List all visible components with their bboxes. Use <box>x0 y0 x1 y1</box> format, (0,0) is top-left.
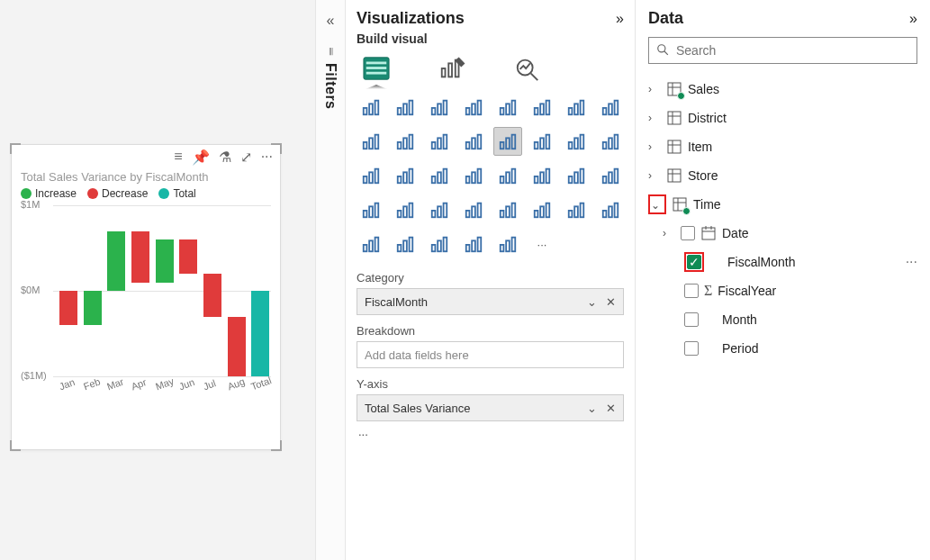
viz-type-decomposition[interactable] <box>596 195 625 224</box>
breakdown-field-well[interactable]: Add data fields here <box>357 341 624 368</box>
bar-total[interactable] <box>251 291 269 376</box>
viz-type-area[interactable] <box>596 93 625 122</box>
chevron-right-icon[interactable]: › <box>648 83 661 95</box>
bar-aug[interactable] <box>228 317 246 377</box>
chart-visual-tile[interactable]: ≡ 📌 ⚗ ⤢ ··· Total Sales Variance by Fisc… <box>11 144 281 450</box>
focus-icon[interactable]: ⤢ <box>240 149 252 166</box>
bar-apr[interactable] <box>131 231 149 283</box>
bar-jan[interactable] <box>59 291 77 325</box>
filters-pane-collapsed[interactable]: « ⫴ Filters <box>315 0 346 560</box>
viz-type-stacked-bar[interactable] <box>357 93 385 122</box>
svg-rect-108 <box>398 245 402 251</box>
analytics-tab[interactable] <box>508 53 547 84</box>
viz-type-donut[interactable] <box>357 161 385 190</box>
collapse-visualizations-icon[interactable]: » <box>616 11 624 27</box>
field-month[interactable]: Month <box>648 305 917 334</box>
data-search-box[interactable] <box>648 37 917 64</box>
bar-jul[interactable] <box>203 274 221 317</box>
viz-type-line-clustered[interactable] <box>391 127 420 156</box>
checkbox-period[interactable] <box>684 341 699 356</box>
viz-type-qa[interactable] <box>357 230 385 258</box>
bar-feb[interactable] <box>84 291 102 325</box>
more-icon[interactable]: ··· <box>261 149 273 166</box>
viz-type-waterfall[interactable] <box>493 127 522 156</box>
format-visual-tab[interactable] <box>432 53 472 84</box>
chevron-down-icon[interactable]: ⌄ <box>587 402 597 415</box>
bar-jun[interactable] <box>179 239 197 274</box>
chevron-right-icon[interactable]: › <box>663 227 675 239</box>
gridline <box>53 205 271 206</box>
search-input[interactable] <box>674 42 909 59</box>
viz-type-card[interactable] <box>562 161 591 190</box>
viz-type-py-visual[interactable] <box>528 195 556 224</box>
field-more-icon[interactable]: ··· <box>906 254 917 270</box>
chevron-right-icon[interactable]: › <box>648 140 661 153</box>
checkbox-fiscalmonth[interactable]: ✓ <box>687 255 701 269</box>
checkbox-month[interactable] <box>684 312 699 327</box>
bar-mar[interactable] <box>107 231 125 292</box>
report-canvas[interactable]: ≡ 📌 ⚗ ⤢ ··· Total Sales Variance by Fisc… <box>0 0 315 560</box>
viz-type-r-visual[interactable] <box>493 195 522 224</box>
viz-type-clustered-bar[interactable] <box>391 93 420 122</box>
viz-type-gauge[interactable] <box>528 161 556 190</box>
viz-type-slicer[interactable] <box>391 195 420 224</box>
table-store[interactable]: › Store <box>648 161 917 190</box>
viz-type-ribbon[interactable] <box>459 127 488 156</box>
viz-type-scatter[interactable] <box>562 127 591 156</box>
chevron-right-icon[interactable]: › <box>648 169 661 182</box>
viz-type-table[interactable] <box>425 195 454 224</box>
checkbox-date[interactable] <box>681 226 695 240</box>
viz-type-stacked-area[interactable] <box>357 127 385 156</box>
chevron-down-icon[interactable]: ⌄ <box>587 295 597 309</box>
viz-type-line-stacked[interactable] <box>425 127 454 156</box>
viz-type-azure-map[interactable] <box>493 161 522 190</box>
field-fiscalyear[interactable]: Σ FiscalYear <box>648 276 917 305</box>
viz-type-stacked-column-100[interactable] <box>528 93 556 122</box>
svg-rect-79 <box>609 172 612 183</box>
expand-filters-icon[interactable]: « <box>327 13 335 29</box>
hierarchy-date[interactable]: › Date <box>648 219 917 248</box>
filter-icon[interactable]: ⚗ <box>219 149 231 166</box>
viz-type-funnel[interactable] <box>528 127 556 156</box>
chevron-down-icon[interactable]: ⌄ <box>651 199 664 212</box>
viz-type-line[interactable] <box>562 93 591 122</box>
remove-field-icon[interactable]: ✕ <box>606 402 616 415</box>
resize-handle[interactable] <box>271 440 282 451</box>
viz-type-multi-card[interactable] <box>596 161 625 190</box>
table-sales[interactable]: › Sales <box>648 75 917 104</box>
chevron-right-icon[interactable]: › <box>648 112 661 124</box>
collapse-data-icon[interactable]: » <box>909 11 917 27</box>
viz-type-stacked-column[interactable] <box>493 93 522 122</box>
build-visual-tab[interactable] <box>357 53 396 84</box>
table-district[interactable]: › District <box>648 104 917 132</box>
viz-type-filled-map[interactable] <box>459 161 488 190</box>
viz-type-kpi[interactable] <box>357 195 385 224</box>
yaxis-field-well[interactable]: Total Sales Variance ⌄ ✕ <box>357 394 624 421</box>
viz-type-power-apps[interactable] <box>459 230 488 258</box>
checkbox-fiscalyear[interactable] <box>684 284 699 298</box>
viz-type-paginated[interactable] <box>425 230 454 258</box>
resize-handle[interactable] <box>10 440 21 451</box>
table-time[interactable]: ⌄ Time <box>648 190 917 219</box>
viz-type-power-automate[interactable] <box>493 230 522 258</box>
field-period[interactable]: Period <box>648 334 917 363</box>
pin-icon[interactable]: 📌 <box>192 149 210 166</box>
category-field-well[interactable]: FiscalMonth ⌄ ✕ <box>357 288 624 315</box>
more-fields-icon[interactable]: ... <box>357 421 624 442</box>
viz-type-stacked-bar-100[interactable] <box>425 93 454 122</box>
viz-type-map[interactable] <box>425 161 454 190</box>
field-fiscalmonth[interactable]: ✓ FiscalMonth ··· <box>648 248 917 276</box>
remove-field-icon[interactable]: ✕ <box>606 295 616 309</box>
viz-type-more[interactable]: ··· <box>528 230 556 258</box>
bar-may[interactable] <box>156 239 174 283</box>
viz-type-pie[interactable] <box>596 127 625 156</box>
viz-type-narrative[interactable] <box>391 230 420 258</box>
viz-type-treemap[interactable] <box>391 161 420 190</box>
viz-type-clustered-column[interactable] <box>459 93 488 122</box>
table-item[interactable]: › Item <box>648 132 917 161</box>
resize-handle[interactable] <box>10 143 21 154</box>
viz-type-matrix[interactable] <box>459 195 488 224</box>
viz-type-key-influencers[interactable] <box>562 195 591 224</box>
legend-label: Total <box>173 187 195 200</box>
drag-icon[interactable]: ≡ <box>174 149 182 166</box>
